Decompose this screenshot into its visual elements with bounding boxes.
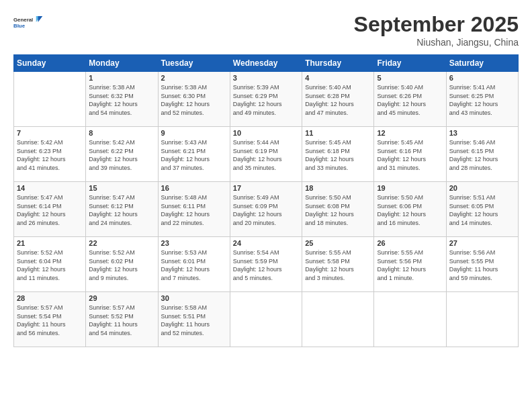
col-header-friday: Friday [374, 55, 446, 72]
day-number: 13 [449, 129, 515, 137]
day-number: 14 [17, 184, 83, 192]
cell-content: Sunrise: 5:55 AM Sunset: 5:58 PM Dayligh… [305, 248, 371, 282]
cell-content: Sunrise: 5:47 AM Sunset: 6:14 PM Dayligh… [17, 193, 83, 227]
day-number: 24 [233, 239, 299, 247]
cell: 30Sunrise: 5:58 AM Sunset: 5:51 PM Dayli… [158, 292, 230, 347]
day-number: 19 [377, 184, 443, 192]
cell: 7Sunrise: 5:42 AM Sunset: 6:23 PM Daylig… [14, 127, 86, 182]
month-title: September 2025 [354, 12, 519, 37]
header-row: SundayMondayTuesdayWednesdayThursdayFrid… [14, 55, 519, 72]
col-header-sunday: Sunday [14, 55, 86, 72]
cell-content: Sunrise: 5:56 AM Sunset: 5:55 PM Dayligh… [449, 248, 515, 282]
cell: 28Sunrise: 5:57 AM Sunset: 5:54 PM Dayli… [14, 292, 86, 347]
header: GeneralBlue September 2025 Niushan, Jian… [13, 12, 519, 48]
day-number: 9 [161, 129, 227, 137]
day-number: 20 [449, 184, 515, 192]
cell [230, 292, 302, 347]
cell: 12Sunrise: 5:45 AM Sunset: 6:16 PM Dayli… [374, 127, 446, 182]
cell: 13Sunrise: 5:46 AM Sunset: 6:15 PM Dayli… [446, 127, 518, 182]
logo-icon: GeneralBlue [13, 12, 44, 34]
cell-content: Sunrise: 5:58 AM Sunset: 5:51 PM Dayligh… [161, 304, 227, 337]
cell-content: Sunrise: 5:48 AM Sunset: 6:11 PM Dayligh… [161, 193, 227, 227]
cell: 24Sunrise: 5:54 AM Sunset: 5:59 PM Dayli… [230, 237, 302, 292]
day-number: 11 [305, 129, 371, 137]
cell: 25Sunrise: 5:55 AM Sunset: 5:58 PM Dayli… [302, 237, 374, 292]
cell: 10Sunrise: 5:44 AM Sunset: 6:19 PM Dayli… [230, 127, 302, 182]
calendar-table: SundayMondayTuesdayWednesdayThursdayFrid… [13, 54, 519, 347]
cell: 27Sunrise: 5:56 AM Sunset: 5:55 PM Dayli… [446, 237, 518, 292]
cell-content: Sunrise: 5:40 AM Sunset: 6:28 PM Dayligh… [305, 83, 371, 117]
col-header-thursday: Thursday [302, 55, 374, 72]
cell: 4Sunrise: 5:40 AM Sunset: 6:28 PM Daylig… [302, 72, 374, 127]
day-number: 3 [233, 74, 299, 82]
cell: 6Sunrise: 5:41 AM Sunset: 6:25 PM Daylig… [446, 72, 518, 127]
day-number: 26 [377, 239, 443, 247]
cell: 9Sunrise: 5:43 AM Sunset: 6:21 PM Daylig… [158, 127, 230, 182]
cell-content: Sunrise: 5:57 AM Sunset: 5:54 PM Dayligh… [17, 304, 83, 337]
day-number: 22 [89, 239, 154, 247]
week-row-5: 28Sunrise: 5:57 AM Sunset: 5:54 PM Dayli… [14, 292, 519, 347]
day-number: 27 [449, 239, 515, 247]
cell-content: Sunrise: 5:52 AM Sunset: 6:02 PM Dayligh… [89, 248, 154, 282]
day-number: 1 [89, 74, 154, 82]
cell: 26Sunrise: 5:55 AM Sunset: 5:56 PM Dayli… [374, 237, 446, 292]
cell-content: Sunrise: 5:53 AM Sunset: 6:01 PM Dayligh… [161, 248, 227, 282]
cell: 16Sunrise: 5:48 AM Sunset: 6:11 PM Dayli… [158, 182, 230, 237]
day-number: 17 [233, 184, 299, 192]
col-header-wednesday: Wednesday [230, 55, 302, 72]
day-number: 21 [17, 239, 83, 247]
cell: 29Sunrise: 5:57 AM Sunset: 5:52 PM Dayli… [86, 292, 158, 347]
cell: 5Sunrise: 5:40 AM Sunset: 6:26 PM Daylig… [374, 72, 446, 127]
day-number: 8 [89, 129, 154, 137]
day-number: 30 [161, 294, 227, 302]
cell: 22Sunrise: 5:52 AM Sunset: 6:02 PM Dayli… [86, 237, 158, 292]
cell: 1Sunrise: 5:38 AM Sunset: 6:32 PM Daylig… [86, 72, 158, 127]
cell [374, 292, 446, 347]
location: Niushan, Jiangsu, China [354, 37, 519, 48]
week-row-1: 1Sunrise: 5:38 AM Sunset: 6:32 PM Daylig… [14, 72, 519, 127]
cell-content: Sunrise: 5:41 AM Sunset: 6:25 PM Dayligh… [449, 83, 515, 117]
cell-content: Sunrise: 5:50 AM Sunset: 6:06 PM Dayligh… [377, 193, 443, 227]
day-number: 7 [17, 129, 83, 137]
cell: 17Sunrise: 5:49 AM Sunset: 6:09 PM Dayli… [230, 182, 302, 237]
svg-text:General: General [13, 17, 33, 23]
day-number: 29 [89, 294, 154, 302]
day-number: 28 [17, 294, 83, 302]
cell-content: Sunrise: 5:49 AM Sunset: 6:09 PM Dayligh… [233, 193, 299, 227]
page: GeneralBlue September 2025 Niushan, Jian… [0, 0, 532, 411]
cell: 11Sunrise: 5:45 AM Sunset: 6:18 PM Dayli… [302, 127, 374, 182]
day-number: 10 [233, 129, 299, 137]
cell: 2Sunrise: 5:38 AM Sunset: 6:30 PM Daylig… [158, 72, 230, 127]
col-header-saturday: Saturday [446, 55, 518, 72]
cell: 23Sunrise: 5:53 AM Sunset: 6:01 PM Dayli… [158, 237, 230, 292]
cell-content: Sunrise: 5:50 AM Sunset: 6:08 PM Dayligh… [305, 193, 371, 227]
cell [302, 292, 374, 347]
cell-content: Sunrise: 5:55 AM Sunset: 5:56 PM Dayligh… [377, 248, 443, 282]
cell: 21Sunrise: 5:52 AM Sunset: 6:04 PM Dayli… [14, 237, 86, 292]
day-number: 23 [161, 239, 227, 247]
cell-content: Sunrise: 5:42 AM Sunset: 6:22 PM Dayligh… [89, 138, 154, 172]
cell [446, 292, 518, 347]
col-header-monday: Monday [86, 55, 158, 72]
cell: 14Sunrise: 5:47 AM Sunset: 6:14 PM Dayli… [14, 182, 86, 237]
day-number: 16 [161, 184, 227, 192]
cell-content: Sunrise: 5:40 AM Sunset: 6:26 PM Dayligh… [377, 83, 443, 117]
cell-content: Sunrise: 5:38 AM Sunset: 6:30 PM Dayligh… [161, 83, 227, 117]
cell-content: Sunrise: 5:47 AM Sunset: 6:12 PM Dayligh… [89, 193, 154, 227]
cell-content: Sunrise: 5:38 AM Sunset: 6:32 PM Dayligh… [89, 83, 154, 117]
day-number: 15 [89, 184, 154, 192]
cell: 18Sunrise: 5:50 AM Sunset: 6:08 PM Dayli… [302, 182, 374, 237]
cell-content: Sunrise: 5:42 AM Sunset: 6:23 PM Dayligh… [17, 138, 83, 172]
week-row-2: 7Sunrise: 5:42 AM Sunset: 6:23 PM Daylig… [14, 127, 519, 182]
cell-content: Sunrise: 5:52 AM Sunset: 6:04 PM Dayligh… [17, 248, 83, 282]
day-number: 2 [161, 74, 227, 82]
day-number: 18 [305, 184, 371, 192]
day-number: 4 [305, 74, 371, 82]
week-row-3: 14Sunrise: 5:47 AM Sunset: 6:14 PM Dayli… [14, 182, 519, 237]
cell-content: Sunrise: 5:45 AM Sunset: 6:18 PM Dayligh… [305, 138, 371, 172]
svg-text:Blue: Blue [13, 23, 26, 29]
logo: GeneralBlue [13, 12, 44, 34]
cell-content: Sunrise: 5:39 AM Sunset: 6:29 PM Dayligh… [233, 83, 299, 117]
day-number: 5 [377, 74, 443, 82]
cell: 20Sunrise: 5:51 AM Sunset: 6:05 PM Dayli… [446, 182, 518, 237]
